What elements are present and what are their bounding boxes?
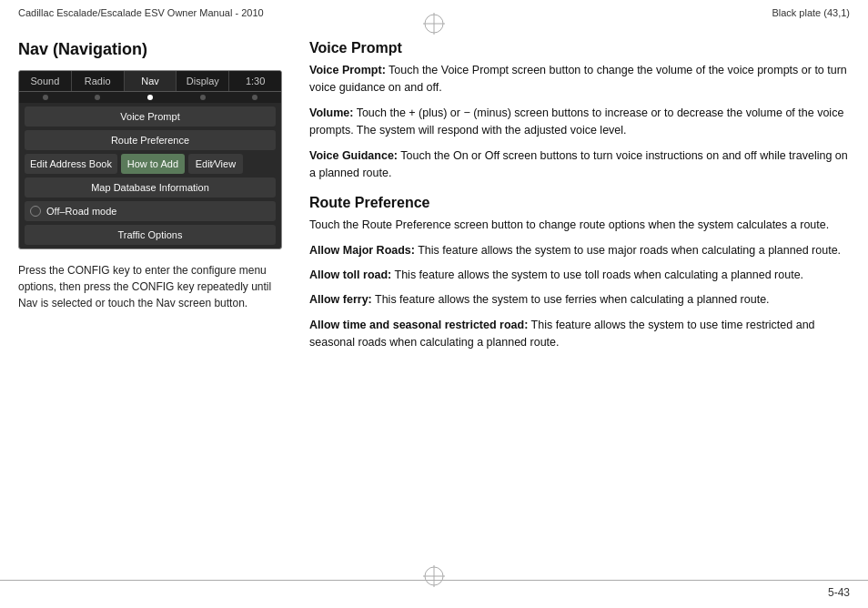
nav-row-offroad[interactable]: Off–Road mode — [25, 201, 276, 221]
dot-1 — [43, 95, 48, 100]
crosshair-bottom-icon — [421, 563, 447, 592]
page-number: 5-43 — [828, 586, 850, 599]
nav-ui-mockup: Sound Radio Nav Display 1:30 Voice Promp… — [18, 70, 282, 249]
crosshair-top-icon — [421, 11, 447, 39]
nav-btn-how-to-add[interactable]: How to Add — [121, 154, 185, 174]
right-column: Voice Prompt Voice Prompt: Touch the Voi… — [309, 40, 850, 360]
main-content: Nav (Navigation) Sound Radio Nav Display… — [0, 22, 868, 369]
route-pref-intro: Touch the Route Preference screen button… — [309, 217, 850, 234]
dot-2 — [95, 95, 100, 100]
nav-row-voice-prompt[interactable]: Voice Prompt — [25, 106, 276, 127]
voice-prompt-para-3: Voice Guidance: Touch the On or Off scre… — [309, 147, 850, 183]
route-pref-ferry: Allow ferry: This feature allows the sys… — [309, 291, 850, 309]
route-pref-major-roads: Allow Major Roads: This feature allows t… — [309, 242, 850, 259]
tab-sound[interactable]: Sound — [19, 71, 72, 91]
heading-voice-prompt: Voice Prompt — [309, 40, 850, 56]
dot-5 — [252, 95, 257, 100]
header-right: Black plate (43,1) — [772, 7, 850, 18]
tab-display[interactable]: Display — [177, 71, 229, 91]
tab-radio[interactable]: Radio — [72, 71, 125, 91]
left-caption: Press the CONFIG key to enter the config… — [18, 262, 282, 311]
offroad-radio-icon — [30, 206, 41, 217]
dot-4 — [200, 95, 206, 100]
nav-row-route-preference[interactable]: Route Preference — [25, 130, 276, 150]
nav-row-address-book-group: Edit Address Book How to Add Edit∕View — [25, 154, 276, 174]
voice-prompt-para-1: Voice Prompt: Touch the Voice Prompt scr… — [309, 62, 850, 97]
route-pref-toll-road: Allow toll road: This feature allows the… — [309, 267, 850, 284]
nav-row-traffic[interactable]: Traffic Options — [25, 225, 276, 245]
nav-btn-edit-view[interactable]: Edit∕View — [188, 154, 243, 174]
header-left: Cadillac Escalade/Escalade ESV Owner Man… — [18, 7, 264, 18]
left-section-title: Nav (Navigation) — [18, 40, 282, 59]
nav-rows: Voice Prompt Route Preference Edit Addre… — [19, 103, 281, 248]
heading-route-preference: Route Preference — [309, 195, 850, 211]
nav-tab-bar: Sound Radio Nav Display 1:30 — [19, 71, 281, 92]
tab-time[interactable]: 1:30 — [229, 71, 281, 91]
tab-nav[interactable]: Nav — [125, 71, 177, 91]
nav-row-map-database[interactable]: Map Database Information — [25, 177, 276, 198]
route-pref-seasonal: Allow time and seasonal restricted road:… — [309, 317, 850, 352]
left-column: Nav (Navigation) Sound Radio Nav Display… — [18, 40, 282, 360]
nav-btn-edit-address-book[interactable]: Edit Address Book — [25, 154, 117, 174]
nav-indicator-dots — [19, 92, 281, 103]
dot-3 — [147, 95, 153, 100]
voice-prompt-para-2: Volume: Touch the + (plus) or − (minus) … — [309, 105, 850, 140]
